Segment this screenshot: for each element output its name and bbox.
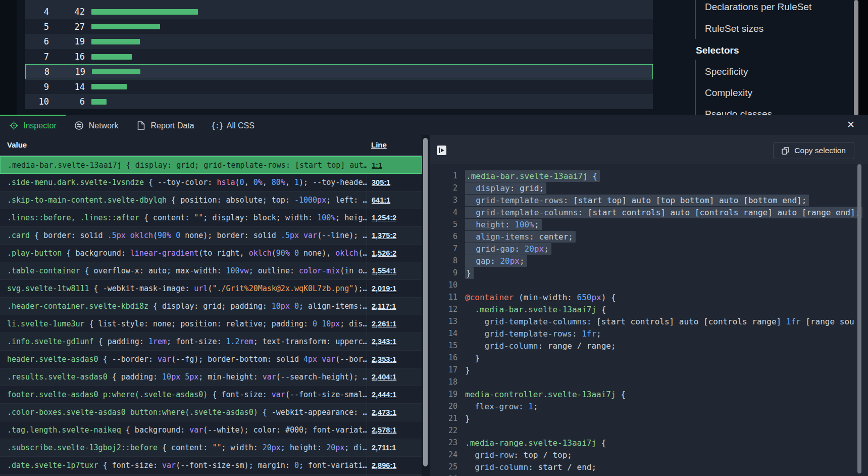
code-line: 7 grid-gap: 20px; <box>430 243 868 255</box>
line-link[interactable]: 2,019:1 <box>372 284 396 293</box>
table-row[interactable]: .tag.length.svelte-naikeq { background: … <box>0 421 422 439</box>
line-link[interactable]: 2,444:1 <box>372 391 396 399</box>
sidebar-item-specificity[interactable]: Specificity <box>663 61 858 82</box>
page-scrollbar[interactable] <box>854 0 858 116</box>
chart-row[interactable]: 819 <box>25 64 653 79</box>
sidebar-item-ruleset-sizes[interactable]: RuleSet sizes <box>663 18 858 39</box>
line-link[interactable]: 2,261:1 <box>372 320 396 328</box>
css-analyzer-app: 442527619716819914106 Declarations per R… <box>0 0 868 476</box>
table-row[interactable]: li.svelte-1ume3ur { list-style: none; po… <box>0 315 422 333</box>
line-number: 25 <box>430 462 457 471</box>
chart-row-label: 10 <box>25 97 49 107</box>
line-link[interactable]: 2,473:1 <box>372 408 396 416</box>
line-link[interactable]: 1:1 <box>372 161 382 169</box>
code-scrollbar[interactable] <box>857 164 861 473</box>
sidebar-item-complexity[interactable]: Complexity <box>663 82 858 104</box>
code-text: .media-bar.svelte-13aai7j { <box>465 305 606 314</box>
line-cell: 2,473:1 <box>367 404 422 421</box>
rule-value: .tag.length.svelte-naikeq { background: … <box>0 421 367 439</box>
value-column-header: Value <box>7 140 27 149</box>
line-link[interactable]: 2,578:1 <box>372 426 396 434</box>
rule-value: .table-container { overflow-x: auto; max… <box>0 262 367 279</box>
tab-report-data[interactable]: Report Data <box>137 121 194 130</box>
line-link[interactable]: 2,117:1 <box>372 302 396 310</box>
line-cell: 1,526:2 <box>367 245 422 262</box>
tab-network[interactable]: Network <box>75 121 119 130</box>
chart-section: 442527619716819914106 Declarations per R… <box>0 0 868 116</box>
toggle-panel-icon[interactable] <box>437 146 446 155</box>
line-column-header[interactable]: Line <box>371 140 387 149</box>
line-link[interactable]: 2,711:1 <box>372 444 396 452</box>
chart-row[interactable]: 527 <box>25 19 653 34</box>
table-row[interactable]: .card { border: solid .5px oklch(90% 0 n… <box>0 227 422 245</box>
chart-row-label: 7 <box>25 52 49 62</box>
code-line: 12 .media-bar.svelte-13aai7j { <box>430 303 868 315</box>
tab-all-css[interactable]: {:}All CSS <box>213 121 254 130</box>
copy-selection-button[interactable]: Copy selection <box>773 142 854 159</box>
line-link[interactable]: 2,404:1 <box>372 373 396 381</box>
table-row[interactable]: .color-boxes.svelte-asdas0 button:where(… <box>0 404 422 421</box>
tab-label: All CSS <box>227 121 254 130</box>
table-row[interactable]: footer.svelte-asdas0 p:where(.svelte-asd… <box>0 386 422 404</box>
chart-row[interactable]: 716 <box>25 49 653 64</box>
code-line: 24 grid-row: top / top; <box>430 449 868 461</box>
sidebar-item-declarations-per-ruleset[interactable]: Declarations per RuleSet <box>663 0 858 18</box>
table-row[interactable]: header.svelte-asdas0 { --border: var(--f… <box>0 351 422 368</box>
code-viewer-toolbar: Copy selection <box>430 135 868 164</box>
line-cell: 2,353:1 <box>367 351 422 368</box>
table-row[interactable]: .subscribe.svelte-13gboj2::before { cont… <box>0 439 422 457</box>
chart-row[interactable]: 106 <box>25 94 653 109</box>
code-line: 19media-controller.svelte-13aai7j { <box>430 388 868 400</box>
chart-row[interactable]: 619 <box>25 34 653 49</box>
chart-row-label: 5 <box>25 22 49 32</box>
code-text: grid-template-columns: [start controls] … <box>465 208 862 217</box>
line-link[interactable]: 305:1 <box>372 178 390 186</box>
line-link[interactable]: 2,343:1 <box>372 338 396 346</box>
line-number: 8 <box>430 256 457 265</box>
table-row[interactable]: .results.svelte-asdas0 { padding: 10px 5… <box>0 368 422 386</box>
chart-row[interactable]: 914 <box>25 79 653 94</box>
table-row[interactable]: .skip-to-main-content.svelte-dbylqh { po… <box>0 192 422 209</box>
line-number: 10 <box>430 280 457 290</box>
code-line: 17} <box>430 364 868 376</box>
code-line: 18 <box>430 376 868 388</box>
page-edge <box>858 0 868 116</box>
chart-row[interactable]: 442 <box>25 4 653 19</box>
code-text: flex-grow: 1; <box>465 402 538 411</box>
line-link[interactable]: 2,353:1 <box>372 355 396 363</box>
tab-label: Report Data <box>151 121 194 130</box>
code-line: 13 grid-template-columns: [start control… <box>430 315 868 327</box>
chart-row-value: 19 <box>49 36 85 46</box>
table-row[interactable]: .header-container.svelte-kbdi8z { displa… <box>0 298 422 315</box>
line-link[interactable]: 641:1 <box>372 196 390 204</box>
code-line: 22 <box>430 424 868 437</box>
chart-row-label: 8 <box>26 67 49 77</box>
table-row[interactable]: .info.svelte-gd1unf { padding: 1rem; fon… <box>0 333 422 351</box>
table-row[interactable]: .media-bar.svelte-13aai7j { display: gri… <box>0 156 422 174</box>
line-link[interactable]: 1,375:2 <box>372 231 396 240</box>
ruleset-bar-chart: 442527619716819914106 <box>25 0 653 116</box>
close-icon[interactable]: ✕ <box>847 119 855 131</box>
rule-value: .header-container.svelte-kbdi8z { displa… <box>0 298 367 315</box>
line-link[interactable]: 2,896:1 <box>372 461 396 469</box>
rule-value: .results.svelte-asdas0 { padding: 10px 5… <box>0 368 367 386</box>
line-link[interactable]: 1,526:2 <box>372 249 396 257</box>
code-line: 25 grid-column: start / end; <box>430 461 868 473</box>
code-line: 21} <box>430 412 868 424</box>
table-row[interactable]: .table-container { overflow-x: auto; max… <box>0 262 422 280</box>
table-row[interactable]: .date.svelte-1p7tuxr { font-size: var(--… <box>0 457 422 474</box>
table-scrollbar[interactable] <box>423 138 428 466</box>
code-lines: 1.media-bar.svelte-13aai7j {2 display: g… <box>430 164 868 476</box>
code-text: grid-column: start / end; <box>465 462 596 472</box>
line-number: 18 <box>430 377 457 387</box>
table-row[interactable]: .side-menu.dark.svelte-1vsndze { --toy-c… <box>0 174 422 192</box>
sidebar-item-selectors[interactable]: Selectors <box>663 40 858 61</box>
table-row[interactable]: svg.svelte-1tw8111 { -webkit-mask-image:… <box>0 280 422 298</box>
line-link[interactable]: 1,554:1 <box>372 267 396 275</box>
line-link[interactable]: 1,254:2 <box>372 214 396 222</box>
tab-inspector[interactable]: Inspector <box>9 121 57 130</box>
table-row[interactable]: .play-button { background: linear-gradie… <box>0 245 422 262</box>
table-row[interactable]: .lines::before, .lines::after { content:… <box>0 209 422 227</box>
chart-bar <box>91 24 160 29</box>
network-icon <box>75 121 84 130</box>
